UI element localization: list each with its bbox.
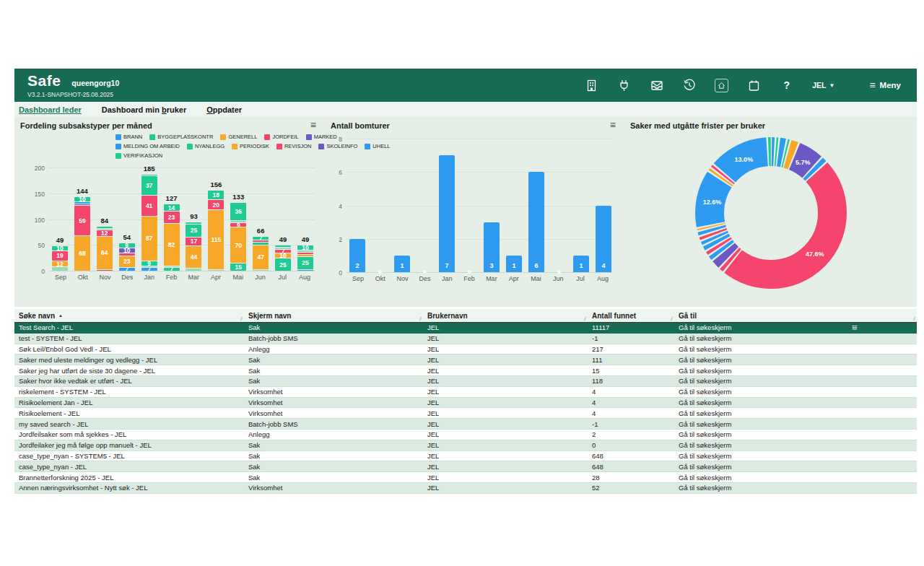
table-row[interactable]: Saker med uleste meldinger og vedlegg - … xyxy=(14,354,917,365)
bar-segment[interactable]: 10 xyxy=(297,245,313,250)
table-row[interactable]: case_type_nyan - JELSakJEL648Gå til søke… xyxy=(14,461,917,472)
bar-segment[interactable]: 17 xyxy=(186,238,201,245)
table-row[interactable]: Jordfeilsaker som må sjekkes - JELAnlegg… xyxy=(14,430,917,440)
bar-segment[interactable]: 10 xyxy=(52,246,68,251)
bar-mar[interactable]: 93251744 xyxy=(186,212,201,271)
bar-segment[interactable]: 47 xyxy=(253,245,269,269)
bar-segment[interactable] xyxy=(253,243,269,245)
help-icon[interactable]: ? xyxy=(780,79,793,92)
bar-segment[interactable]: 18 xyxy=(208,191,224,199)
bar-segment[interactable] xyxy=(297,255,313,256)
bar-segment[interactable] xyxy=(141,175,157,176)
bar-segment[interactable] xyxy=(253,270,269,271)
go-to-search-link[interactable]: Gå til søkeskjerm xyxy=(679,334,731,342)
resize-handle[interactable]: ⫽ xyxy=(419,316,422,322)
go-to-search-link[interactable]: Gå til søkeskjerm xyxy=(679,409,731,417)
go-to-search-link[interactable]: Gå til søkeskjerm xyxy=(679,323,731,331)
tab-dashboard-min-bruker[interactable]: Dashboard min bruker xyxy=(102,105,186,114)
bar-apr[interactable]: 1561820115 xyxy=(208,180,224,271)
go-to-search-link[interactable]: Gå til søkeskjerm xyxy=(679,399,731,406)
bar[interactable]: 1 xyxy=(394,256,410,272)
go-to-search-link[interactable]: Gå til søkeskjerm xyxy=(679,377,731,385)
table-row[interactable]: Risikoelement - JELVirksomhetJEL4Gå til … xyxy=(14,408,917,419)
bar-sep[interactable]: 49101912 xyxy=(52,236,68,271)
bar-segment[interactable] xyxy=(275,245,291,248)
bar-segment[interactable] xyxy=(164,266,180,268)
bar-segment[interactable]: 25 xyxy=(186,225,201,237)
bar-segment[interactable]: 12 xyxy=(97,230,113,236)
tab-oppdater[interactable]: Oppdater xyxy=(206,105,242,114)
bar-segment[interactable]: 23 xyxy=(119,256,135,267)
plug-icon[interactable] xyxy=(617,79,631,92)
bar-segment[interactable] xyxy=(74,202,90,204)
bar-segment[interactable]: 7 xyxy=(164,268,180,271)
table-row[interactable]: Brannetterforskning 2025 - JELSakJEL28Gå… xyxy=(14,472,917,483)
table-row[interactable]: Risikoelement Jan - JELVirksomhetJEL4Gå … xyxy=(14,398,917,409)
bar-segment[interactable]: 59 xyxy=(74,206,90,235)
bar-segment[interactable]: 10 xyxy=(119,248,135,253)
resize-handle[interactable]: ⫽ xyxy=(584,316,586,322)
column-header-2[interactable]: Skjerm navn⫽ xyxy=(244,309,423,322)
bar-jul[interactable]: 1 xyxy=(573,256,589,272)
table-row[interactable]: riskelement - SYSTEM - JELVirksomhetJEL4… xyxy=(14,387,917,398)
go-to-search-link[interactable]: Gå til søkeskjerm xyxy=(679,356,731,364)
go-to-search-link[interactable]: Gå til søkeskjerm xyxy=(679,474,731,482)
go-to-search-link[interactable]: Gå til søkeskjerm xyxy=(679,430,731,438)
bar-segment[interactable]: 36 xyxy=(230,203,246,221)
table-row[interactable]: Annen næringsvirksomhet - Nytt søk - JEL… xyxy=(14,483,917,494)
bar-segment[interactable] xyxy=(141,266,157,268)
user-dropdown[interactable]: JEL ▼ xyxy=(812,81,834,90)
table-row[interactable]: case_type_nyan - SYSTEM5 - JELSakJEL648G… xyxy=(14,451,917,462)
chart-menu-icon[interactable]: ≡ xyxy=(610,121,616,129)
bar-jan[interactable]: 7 xyxy=(439,155,455,272)
bar-feb[interactable]: 1271423827 xyxy=(164,194,180,271)
bar-mar[interactable]: 3 xyxy=(484,222,500,272)
bar-aug[interactable]: 4 xyxy=(596,206,611,273)
table-row[interactable]: Test Search - JELSakJEL11117Gå til søkes… xyxy=(14,323,917,334)
go-to-search-link[interactable]: Gå til søkeskjerm xyxy=(679,452,731,460)
table-row[interactable]: Saker jeg har utført de siste 30 dagene … xyxy=(14,365,917,376)
bar-segment[interactable]: 15 xyxy=(230,264,246,271)
bar-segment[interactable] xyxy=(297,253,313,254)
go-to-search-link[interactable]: Gå til søkeskjerm xyxy=(679,420,731,428)
bar-segment[interactable] xyxy=(52,267,68,271)
bar[interactable]: 1 xyxy=(506,256,522,272)
column-header-1[interactable]: Søke navn▲⫽ xyxy=(14,309,244,322)
bar-segment[interactable]: 68 xyxy=(74,236,90,271)
bar-segment[interactable] xyxy=(297,270,313,271)
table-row[interactable]: Søk Leil/Enbol God Vedl - JELAnleggJEL21… xyxy=(14,344,917,355)
bar-segment[interactable]: 10 xyxy=(74,197,90,201)
go-to-search-link[interactable]: Gå til søkeskjerm xyxy=(679,388,731,396)
bar-mai[interactable]: 1333697015 xyxy=(230,193,246,271)
bar-jan[interactable]: 18537418797 xyxy=(141,165,157,271)
resize-handle[interactable]: ⫽ xyxy=(240,316,243,322)
bar-segment[interactable] xyxy=(97,229,113,230)
bar-segment[interactable]: 25 xyxy=(297,257,313,269)
main-menu-button[interactable]: ≡ Meny xyxy=(869,79,901,91)
bar-segment[interactable]: 10 xyxy=(275,253,291,258)
go-to-search-link[interactable]: Gå til søkeskjerm xyxy=(679,463,731,471)
table-row[interactable]: test - SYSTEM - JELBatch-jobb SMSJEL-1Gå… xyxy=(14,334,917,344)
row-menu-icon[interactable]: ≡ xyxy=(852,323,858,333)
bar-segment[interactable]: 64 xyxy=(97,237,113,269)
go-to-search-link[interactable]: Gå til søkeskjerm xyxy=(679,484,731,492)
resize-handle[interactable]: ⫽ xyxy=(913,316,915,322)
bar-segment[interactable]: 37 xyxy=(141,176,157,194)
bar-segment[interactable]: 23 xyxy=(164,212,180,222)
bar-segment[interactable]: 7 xyxy=(253,237,269,240)
bar[interactable]: 1 xyxy=(573,256,589,272)
bar-apr[interactable]: 1 xyxy=(506,256,522,272)
bar-segment[interactable] xyxy=(208,270,224,271)
bar[interactable]: 4 xyxy=(596,206,611,273)
bar[interactable]: 3 xyxy=(484,222,500,272)
history-icon[interactable] xyxy=(682,79,696,92)
bar-segment[interactable]: 9 xyxy=(230,223,246,227)
calendar-icon[interactable] xyxy=(747,79,761,92)
bar-segment[interactable]: 9 xyxy=(141,261,157,265)
bar-segment[interactable] xyxy=(119,253,135,256)
bar-nov[interactable]: 1 xyxy=(394,256,410,272)
bar-segment[interactable] xyxy=(275,248,291,249)
bar-okt[interactable]: 144105968 xyxy=(74,187,90,271)
bar-segment[interactable]: 25 xyxy=(275,258,291,271)
go-to-search-link[interactable]: Gå til søkeskjerm xyxy=(679,441,731,449)
